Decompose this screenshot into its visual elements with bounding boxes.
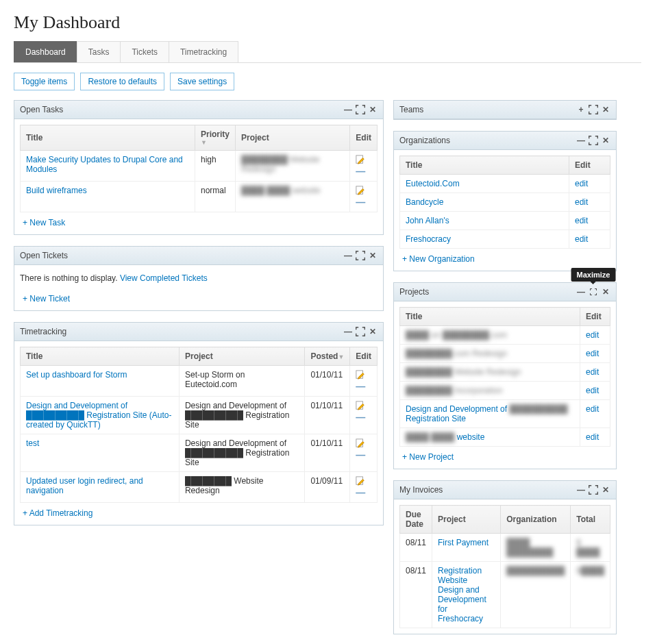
task-link[interactable]: Make Security Updates to Drupal Core and… bbox=[26, 155, 183, 174]
close-icon[interactable]: ✕ bbox=[601, 136, 610, 145]
tab-bar: Dashboard Tasks Tickets Timetracking bbox=[14, 41, 641, 63]
maximize-icon[interactable]: Maximize bbox=[589, 287, 598, 297]
tt-link[interactable]: Updated user login redirect, and navigat… bbox=[26, 476, 143, 495]
close-icon[interactable]: ✕ bbox=[601, 105, 610, 114]
tab-tickets[interactable]: Tickets bbox=[120, 41, 169, 62]
org-link[interactable]: Bandcycle bbox=[406, 197, 443, 207]
minimize-icon[interactable]: — bbox=[343, 105, 353, 114]
close-icon[interactable]: ✕ bbox=[368, 327, 378, 336]
project-cell: ████ ████ website bbox=[241, 186, 320, 195]
maximize-icon[interactable] bbox=[589, 105, 598, 114]
task-link[interactable]: Build wireframes bbox=[26, 186, 87, 195]
add-icon[interactable]: + bbox=[576, 105, 586, 114]
new-organization-link[interactable]: + New Organization bbox=[399, 249, 478, 265]
edit-link[interactable]: edit bbox=[586, 367, 599, 377]
view-completed-link[interactable]: View Completed Tickets bbox=[120, 273, 208, 283]
close-icon[interactable]: ✕ bbox=[368, 105, 378, 114]
total-cell: $████ bbox=[576, 566, 604, 575]
tab-dashboard[interactable]: Dashboard bbox=[14, 41, 77, 62]
project-link[interactable]: ████ ████ website bbox=[406, 432, 484, 442]
invoice-link[interactable]: First Payment bbox=[438, 538, 489, 547]
edit-icon[interactable] bbox=[356, 438, 365, 448]
maximize-icon[interactable] bbox=[356, 251, 365, 260]
minimize-icon[interactable]: — bbox=[576, 136, 586, 145]
edit-icon[interactable] bbox=[356, 155, 365, 164]
save-settings-button[interactable]: Save settings bbox=[170, 73, 234, 90]
project-link[interactable]: ████████ Website Redesign bbox=[406, 367, 521, 377]
col-title[interactable]: Title bbox=[400, 308, 580, 326]
col-project[interactable]: Project bbox=[432, 506, 501, 534]
close-icon[interactable]: ✕ bbox=[368, 251, 378, 260]
edit-link[interactable]: edit bbox=[586, 432, 599, 442]
maximize-icon[interactable] bbox=[356, 105, 365, 114]
remove-icon[interactable]: — bbox=[356, 489, 365, 496]
close-icon[interactable]: ✕ bbox=[601, 287, 610, 297]
new-task-link[interactable]: + New Task bbox=[20, 212, 68, 229]
project-link[interactable]: ████████ Incorporation bbox=[406, 386, 502, 395]
edit-link[interactable]: edit bbox=[575, 179, 588, 188]
project-cell: Design and Development of ██████████ Reg… bbox=[179, 434, 304, 472]
table-row: ████████.com Redesignedit bbox=[400, 345, 610, 363]
remove-icon[interactable]: — bbox=[356, 451, 365, 458]
widget-open-tickets: Open Tickets — ✕ There is nothing to dis… bbox=[14, 246, 384, 311]
project-link[interactable]: ████████.com Redesign bbox=[406, 349, 507, 358]
restore-defaults-button[interactable]: Restore to defaults bbox=[80, 73, 164, 90]
col-title[interactable]: Title bbox=[400, 156, 569, 175]
col-edit: Edit bbox=[350, 347, 378, 366]
tab-timetracking[interactable]: Timetracking bbox=[169, 41, 238, 62]
invoice-link[interactable]: Registration Website Design and Developm… bbox=[438, 566, 486, 623]
edit-link[interactable]: edit bbox=[586, 386, 599, 395]
edit-icon[interactable] bbox=[356, 186, 365, 195]
minimize-icon[interactable]: — bbox=[343, 327, 353, 336]
remove-icon[interactable]: — bbox=[356, 383, 365, 390]
col-project[interactable]: Project bbox=[235, 125, 349, 151]
maximize-icon[interactable] bbox=[589, 136, 598, 145]
widget-title: Open Tasks bbox=[20, 105, 343, 114]
remove-icon[interactable]: — bbox=[356, 414, 365, 421]
edit-link[interactable]: edit bbox=[586, 404, 599, 414]
col-title[interactable]: Title bbox=[21, 347, 180, 366]
org-link[interactable]: Eutectoid.Com bbox=[406, 179, 460, 188]
project-link[interactable]: ████ on ████████.com bbox=[406, 330, 507, 340]
close-icon[interactable]: ✕ bbox=[601, 485, 610, 495]
due-cell: 08/11 bbox=[400, 534, 432, 562]
edit-link[interactable]: edit bbox=[575, 216, 588, 225]
edit-link[interactable]: edit bbox=[575, 234, 588, 244]
new-ticket-link[interactable]: + New Ticket bbox=[20, 288, 73, 305]
minimize-icon[interactable]: — bbox=[576, 287, 586, 297]
minimize-icon[interactable]: — bbox=[576, 485, 586, 495]
tt-link[interactable]: test bbox=[26, 438, 39, 448]
col-title[interactable]: Title bbox=[21, 125, 195, 151]
add-timetracking-link[interactable]: + Add Timetracking bbox=[20, 503, 95, 519]
tab-tasks[interactable]: Tasks bbox=[77, 41, 121, 62]
col-due[interactable]: Due Date bbox=[400, 506, 432, 534]
col-total[interactable]: Total bbox=[571, 506, 610, 534]
col-org[interactable]: Organization bbox=[501, 506, 571, 534]
tt-link[interactable]: Design and Development of ██████████ Reg… bbox=[26, 401, 171, 430]
edit-icon[interactable] bbox=[356, 401, 365, 410]
org-link[interactable]: Freshocracy bbox=[406, 234, 451, 244]
edit-icon[interactable] bbox=[356, 370, 365, 380]
table-row: John Allan'sedit bbox=[400, 212, 610, 230]
org-link[interactable]: John Allan's bbox=[406, 216, 449, 225]
project-link[interactable]: Design and Development of ██████████ Reg… bbox=[406, 404, 567, 423]
edit-link[interactable]: edit bbox=[586, 349, 599, 358]
col-project[interactable]: Project bbox=[179, 347, 304, 366]
edit-icon[interactable] bbox=[356, 476, 365, 486]
toggle-items-button[interactable]: Toggle items bbox=[14, 73, 75, 90]
minimize-icon[interactable]: — bbox=[343, 251, 353, 260]
edit-link[interactable]: edit bbox=[586, 330, 599, 340]
widget-title: Projects bbox=[399, 287, 576, 297]
remove-icon[interactable]: — bbox=[356, 168, 365, 175]
new-project-link[interactable]: + New Project bbox=[399, 447, 456, 463]
edit-link[interactable]: edit bbox=[575, 197, 588, 207]
remove-icon[interactable]: — bbox=[356, 199, 365, 206]
col-priority[interactable]: Priority▼ bbox=[195, 125, 235, 151]
maximize-icon[interactable] bbox=[356, 327, 365, 336]
maximize-icon[interactable] bbox=[589, 485, 598, 495]
action-row: Toggle items Restore to defaults Save se… bbox=[14, 63, 641, 100]
col-posted[interactable]: Posted▼ bbox=[305, 347, 350, 366]
page-title: My Dashboard bbox=[14, 0, 641, 41]
tt-link[interactable]: Set up dashboard for Storm bbox=[26, 370, 127, 380]
due-cell: 08/11 bbox=[400, 562, 432, 628]
